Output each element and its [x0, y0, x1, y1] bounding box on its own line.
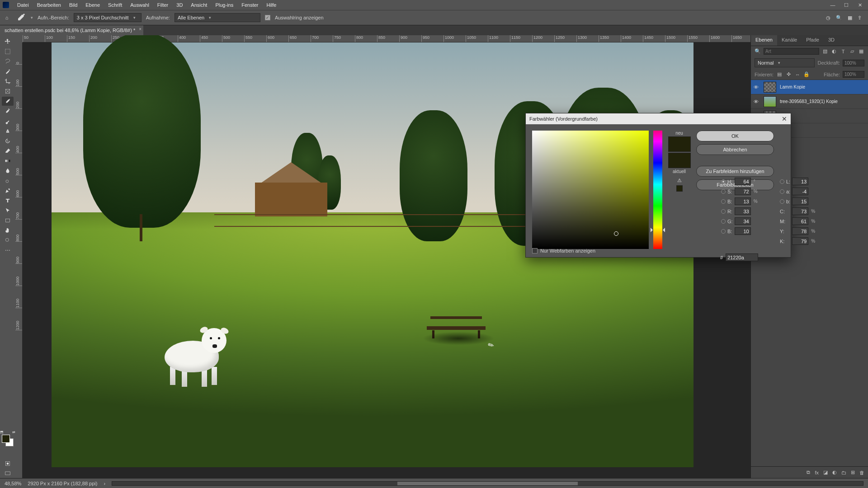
menu-help[interactable]: Hilfe [263, 1, 280, 9]
brush-tool-icon[interactable] [2, 117, 14, 126]
lab-l-radio[interactable] [780, 179, 784, 184]
green-input[interactable] [735, 217, 751, 225]
closest-web-color-icon[interactable] [676, 185, 683, 192]
document-tab[interactable]: schatten erstellen.psdc bei 48,6% (Lamm … [0, 25, 143, 35]
lock-all-icon[interactable]: 🔒 [803, 71, 810, 78]
window-close-icon[interactable]: ✕ [856, 2, 863, 8]
red-input[interactable] [735, 207, 751, 215]
dodge-tool-icon[interactable] [2, 176, 14, 185]
blue-radio[interactable] [721, 229, 726, 234]
yellow-input[interactable] [792, 227, 808, 235]
current-color-swatch[interactable] [668, 153, 691, 168]
key-input[interactable] [792, 237, 808, 245]
history-brush-tool-icon[interactable] [2, 136, 14, 145]
dialog-close-icon[interactable]: ✕ [782, 115, 787, 122]
visibility-icon[interactable]: 👁 [754, 84, 760, 90]
filter-image-icon[interactable]: ▧ [822, 48, 828, 55]
magic-wand-tool-icon[interactable] [2, 67, 14, 76]
h-scrollbar-thumb[interactable] [397, 482, 578, 485]
hand-tool-icon[interactable] [2, 226, 14, 235]
chevron-right-icon[interactable]: › [104, 481, 105, 486]
layer-name[interactable]: tree-3095683_1920(1) Kopie [780, 99, 838, 104]
cyan-input[interactable] [792, 207, 808, 215]
layer-name[interactable]: Lamm Kopie [780, 84, 805, 89]
default-colors-icon[interactable]: ⬒ [0, 430, 4, 434]
edit-toolbar-icon[interactable]: ⋯ [2, 246, 14, 255]
hue-slider[interactable] [653, 131, 662, 249]
green-radio[interactable] [721, 219, 726, 224]
filter-smart-icon[interactable]: ▦ [858, 48, 864, 55]
filter-shape-icon[interactable]: ▱ [849, 48, 855, 55]
layer-mask-icon[interactable]: ◪ [823, 469, 828, 475]
menu-edit[interactable]: Bearbeiten [33, 1, 65, 9]
gamut-warning-icon[interactable]: ⚠ [677, 178, 682, 183]
home-icon[interactable]: ⌂ [3, 14, 11, 22]
lab-a-input[interactable] [792, 188, 808, 195]
web-colors-checkbox[interactable] [532, 248, 538, 253]
crop-tool-icon[interactable] [2, 77, 14, 86]
tab-channels[interactable]: Kanäle [777, 35, 802, 46]
layer-thumbnail[interactable] [764, 96, 776, 107]
dialog-titlebar[interactable]: Farbwähler (Vordergrundfarbe) ✕ [526, 113, 791, 124]
doc-info-readout[interactable]: 2920 Px x 2160 Px (182,88 ppi) [28, 481, 97, 486]
lab-a-radio[interactable] [780, 189, 784, 194]
move-tool-icon[interactable] [2, 37, 14, 46]
zoom-readout[interactable]: 48,58% [5, 481, 21, 486]
layer-fx-icon[interactable]: fx [815, 470, 819, 475]
new-layer-icon[interactable]: ⊞ [851, 469, 855, 475]
quick-mask-icon[interactable] [2, 459, 14, 468]
sample-layers-dropdown[interactable]: Alle Ebenen [175, 13, 260, 22]
pen-tool-icon[interactable] [2, 186, 14, 195]
layer-filter-input[interactable] [764, 48, 819, 55]
lock-pixels-icon[interactable]: ▤ [776, 71, 783, 78]
blend-mode-dropdown[interactable]: Normal [755, 58, 815, 67]
zoom-tool-icon[interactable] [2, 236, 14, 245]
hex-input[interactable] [726, 253, 758, 261]
window-minimize-icon[interactable]: — [829, 2, 836, 8]
swap-colors-icon[interactable]: ⇄ [12, 430, 15, 434]
layer-row[interactable]: 👁tree-3095683_1920(1) Kopie [751, 94, 868, 109]
menu-image[interactable]: Bild [66, 1, 81, 9]
tab-3d[interactable]: 3D [824, 35, 839, 46]
red-radio[interactable] [721, 209, 726, 214]
foreground-swatch[interactable] [2, 435, 10, 443]
color-picker-dialog[interactable]: Farbwähler (Vordergrundfarbe) ✕ neu aktu… [525, 113, 791, 258]
eyedropper-tool-icon[interactable] [15, 12, 26, 23]
layer-row[interactable]: 👁Lamm Kopie [751, 80, 868, 94]
adjustment-layer-icon[interactable]: ◐ [832, 469, 837, 475]
window-maximize-icon[interactable]: ☐ [843, 2, 850, 8]
magenta-input[interactable] [792, 217, 808, 225]
menu-select[interactable]: Auswahl [127, 1, 153, 9]
blue-input[interactable] [735, 227, 751, 235]
cloud-docs-icon[interactable]: ◷ [826, 15, 830, 21]
cancel-button[interactable]: Abbrechen [696, 144, 774, 155]
sat-input[interactable] [735, 188, 751, 195]
menu-plugins[interactable]: Plug-ins [212, 1, 237, 9]
search-icon[interactable]: 🔍 [836, 15, 842, 21]
tab-paths[interactable]: Pfade [802, 35, 824, 46]
tab-layers[interactable]: Ebenen [751, 35, 777, 46]
bri-radio[interactable] [721, 199, 726, 204]
share-icon[interactable]: ⇪ [858, 15, 862, 21]
sample-area-dropdown[interactable]: 3 x 3 Pixel Durchschnitt [74, 13, 142, 22]
healing-brush-tool-icon[interactable] [2, 107, 14, 116]
menu-view[interactable]: Ansicht [187, 1, 211, 9]
chevron-down-icon[interactable]: ▾ [31, 15, 33, 20]
type-tool-icon[interactable] [2, 196, 14, 205]
eraser-tool-icon[interactable] [2, 146, 14, 155]
fill-input[interactable] [843, 71, 864, 78]
gradient-tool-icon[interactable] [2, 156, 14, 165]
h-scrollbar[interactable] [112, 481, 863, 486]
hue-input[interactable] [735, 178, 751, 185]
menu-layer[interactable]: Ebene [82, 1, 104, 9]
sat-radio[interactable] [721, 189, 726, 194]
lasso-tool-icon[interactable] [2, 57, 14, 66]
lock-position-icon[interactable]: ✜ [785, 71, 792, 78]
menu-type[interactable]: Schrift [104, 1, 126, 9]
bri-input[interactable] [735, 197, 751, 205]
show-sample-ring-checkbox[interactable]: ✓ [265, 15, 270, 20]
sv-marker[interactable] [614, 231, 618, 236]
filter-type-icon[interactable]: T [840, 48, 846, 55]
screen-mode-icon[interactable] [2, 469, 14, 478]
clone-stamp-tool-icon[interactable] [2, 127, 14, 136]
